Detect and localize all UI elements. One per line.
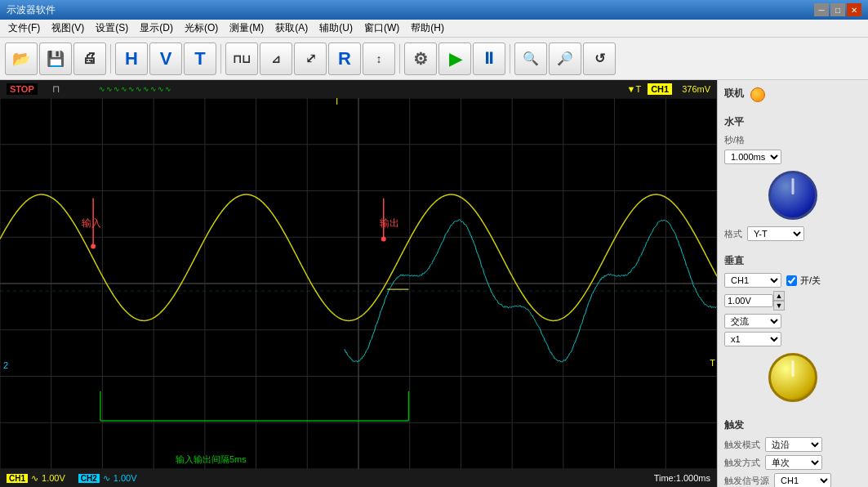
edge-button[interactable]: ⊿: [260, 42, 292, 75]
format-select[interactable]: Y-T X-Y: [747, 226, 804, 241]
menu-file[interactable]: 文件(F): [3, 20, 45, 37]
ch-toggle-checkbox[interactable]: [786, 275, 797, 286]
reset-button[interactable]: ↺: [583, 42, 616, 75]
ch1-label-badge: CH1: [648, 83, 672, 95]
ch-toggle-label: 开/关: [800, 275, 821, 287]
time-per-div-label: 秒/格: [724, 134, 745, 146]
save-button[interactable]: 💾: [39, 42, 72, 75]
ch-select[interactable]: CH1 CH2: [724, 273, 781, 288]
print-button[interactable]: 🖨: [73, 42, 106, 75]
menu-measure[interactable]: 测量(M): [225, 20, 269, 37]
trigger-mode-label: 触发模式: [724, 439, 760, 451]
menu-settings[interactable]: 设置(S): [91, 20, 133, 37]
trigger-mode-select[interactable]: 边沿 脉宽: [765, 437, 822, 452]
trigger-source-select[interactable]: CH1 CH2: [774, 473, 831, 487]
volt-up-button[interactable]: ▲: [773, 291, 785, 301]
oscilloscope-section: STOP ⊓ ∿∿∿∿∿∿∿∿∿∿ ▼T CH1 376mV 输入 输出 输入输…: [0, 80, 717, 487]
zoomout-button[interactable]: 🔎: [549, 42, 581, 75]
trigger-level-indicator: T: [710, 358, 715, 368]
ch1-volt-display: 1.00V: [42, 473, 65, 483]
menu-cursor[interactable]: 光标(O): [180, 20, 223, 37]
ch1-bottom-info: CH1 ∿ 1.00V: [7, 473, 65, 484]
t-button[interactable]: T: [184, 42, 216, 75]
format-label: 格式: [724, 228, 742, 240]
status-stop: STOP: [7, 83, 38, 95]
menu-help[interactable]: 帮助(H): [406, 20, 449, 37]
open-button[interactable]: 📂: [5, 42, 38, 75]
trigger-method-row: 触发方式 单次 自动 普通: [724, 455, 861, 470]
ch1-bottom-label: CH1: [7, 474, 28, 483]
connection-indicator: [750, 87, 765, 102]
ch1-coupling-icon: ∿: [31, 473, 38, 484]
minimize-button[interactable]: ─: [814, 3, 829, 16]
titlebar: 示波器软件 ─ □ ✕: [0, 0, 868, 20]
horizontal-label: 水平: [724, 115, 861, 129]
probe-select[interactable]: x1 x10 x100: [724, 332, 781, 346]
volt-down-button[interactable]: ▼: [773, 301, 785, 311]
vertical-knob[interactable]: [768, 353, 817, 402]
osc-status-bar: STOP ⊓ ∿∿∿∿∿∿∿∿∿∿ ▼T CH1 376mV: [0, 80, 717, 98]
connection-section: 联机: [724, 87, 861, 102]
trigger-method-label: 触发方式: [724, 457, 760, 469]
menu-view[interactable]: 视图(V): [47, 20, 89, 37]
cursor-button[interactable]: ↕: [363, 42, 395, 75]
toolbar: 📂 💾 🖨 H V T ⊓⊔ ⊿ ⤢ R ↕ ⚙ ▶ ⏸ 🔍 🔎 ↺: [0, 38, 868, 80]
wave-preview: ∿∿∿∿∿∿∿∿∿∿: [99, 85, 172, 93]
volt-row: ▲ ▼: [724, 291, 861, 311]
ch2-indicator: 2: [2, 360, 10, 371]
volt-input[interactable]: [724, 294, 773, 307]
oscilloscope-screen: 输入 输出 输入输出间隔5ms 2 T: [0, 98, 717, 469]
format-row: 格式 Y-T X-Y: [724, 226, 861, 241]
time-per-div-select[interactable]: 1.000ms 500μs 2.000ms: [724, 150, 781, 164]
time-select-row: 1.000ms 500μs 2.000ms: [724, 150, 861, 164]
main-window: 示波器软件 ─ □ ✕ 文件(F) 视图(V) 设置(S) 显示(D) 光标(O…: [0, 0, 868, 487]
h-button[interactable]: H: [115, 42, 148, 75]
trigger-method-select[interactable]: 单次 自动 普通: [765, 455, 822, 470]
menu-display[interactable]: 显示(D): [135, 20, 178, 37]
trigger-icon: ⊓: [52, 83, 60, 95]
pause-button[interactable]: ⏸: [473, 42, 505, 75]
trigger-source-label: 触发信号源: [724, 475, 769, 487]
ch-toggle-row: 开/关: [786, 275, 821, 287]
probe-row: x1 x10 x100: [724, 332, 861, 346]
conn-label: 联机: [724, 87, 744, 101]
zoomin-button[interactable]: 🔍: [514, 42, 547, 75]
trigger-section: 触发 触发模式 边沿 脉宽 触发方式 单次 自动 普通: [724, 418, 861, 487]
coupling-row: 交流 直流 接地: [724, 314, 861, 328]
pulse-button[interactable]: ⊓⊔: [225, 42, 258, 75]
ch2-bottom-info: CH2 ∿ 1.00V: [78, 473, 137, 484]
time-per-div-row: 秒/格: [724, 134, 861, 146]
connection-row: 联机: [724, 87, 861, 102]
menubar: 文件(F) 视图(V) 设置(S) 显示(D) 光标(O) 测量(M) 获取(A…: [0, 20, 868, 38]
ch1-value-display: 376mV: [682, 84, 710, 94]
ch2-bottom-label: CH2: [78, 474, 100, 483]
r-button[interactable]: R: [328, 42, 361, 75]
waveform-canvas: [0, 98, 717, 469]
trigger-t-marker: ▼T: [627, 84, 642, 94]
vertical-label: 垂直: [724, 254, 861, 268]
trigger-source-row: 触发信号源 CH1 CH2: [724, 473, 861, 487]
menu-utility[interactable]: 辅助(U): [314, 20, 358, 37]
coupling-select[interactable]: 交流 直流 接地: [724, 314, 781, 328]
right-panel: 联机 水平 秒/格 1.000ms 500μs 2.000ms: [717, 80, 868, 487]
run-button[interactable]: ▶: [438, 42, 471, 75]
trigger-mode-row: 触发模式 边沿 脉宽: [724, 437, 861, 452]
trigger-label: 触发: [724, 418, 861, 432]
measure-button[interactable]: ⚙: [404, 42, 437, 75]
menu-acquire[interactable]: 获取(A): [270, 20, 313, 37]
ch-select-row: CH1 CH2 开/关: [724, 273, 861, 288]
menu-window[interactable]: 窗口(W): [359, 20, 404, 37]
horizontal-section: 水平 秒/格 1.000ms 500μs 2.000ms 格式 Y-T: [724, 115, 861, 241]
maximize-button[interactable]: □: [830, 3, 845, 16]
time-display: Time:1.000ms: [654, 473, 710, 483]
resize-button[interactable]: ⤢: [294, 42, 327, 75]
volt-spin: ▲ ▼: [724, 291, 785, 311]
osc-bottom-bar: CH1 ∿ 1.00V CH2 ∿ 1.00V Time:1.000ms: [0, 469, 717, 487]
window-title: 示波器软件: [7, 3, 812, 17]
horizontal-knob[interactable]: [768, 171, 817, 220]
ch2-coupling-icon: ∿: [103, 473, 110, 484]
v-button[interactable]: V: [149, 42, 182, 75]
ch2-volt-display: 1.00V: [114, 473, 137, 483]
main-area: STOP ⊓ ∿∿∿∿∿∿∿∿∿∿ ▼T CH1 376mV 输入 输出 输入输…: [0, 80, 868, 487]
close-button[interactable]: ✕: [847, 3, 861, 16]
